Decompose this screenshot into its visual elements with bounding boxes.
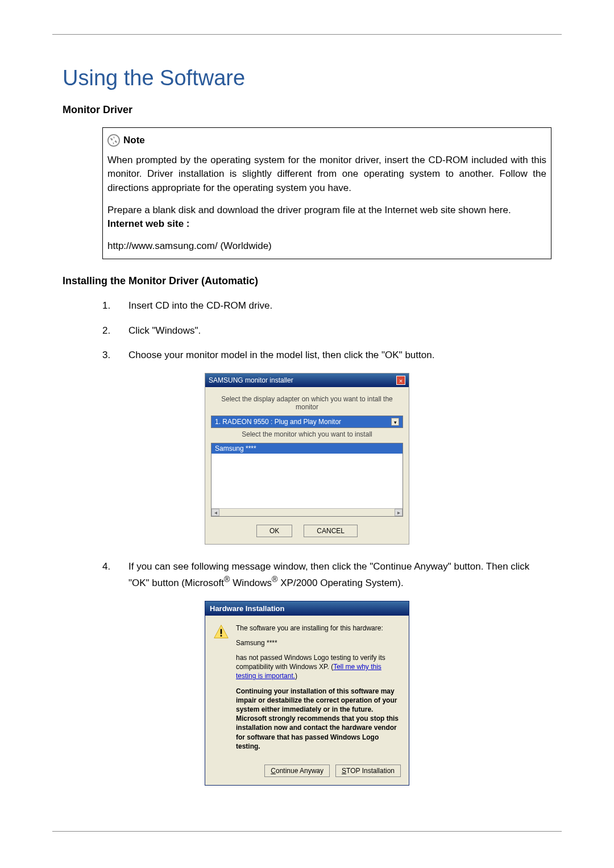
step-1: 1. Insert CD into the CD-ROM drive. — [102, 298, 551, 313]
cancel-button[interactable]: CANCEL — [304, 525, 358, 537]
step-4: 4. If you can see following message wind… — [102, 559, 551, 591]
svg-rect-1 — [221, 629, 222, 634]
registered-mark: ® — [272, 575, 277, 584]
adapter-label: Select the display adapter on which you … — [211, 395, 403, 411]
adapter-dropdown[interactable]: 1. RADEON 9550 : Plug and Play Monitor ▾ — [211, 416, 403, 428]
svg-rect-2 — [221, 635, 222, 637]
stop-installation-button[interactable]: STOP Installation — [335, 765, 401, 777]
note-icon — [107, 134, 120, 147]
step-num: 3. — [102, 348, 115, 363]
note-paragraph-1: When prompted by the operating system fo… — [107, 153, 546, 196]
scroll-right-icon[interactable]: ▸ — [395, 509, 403, 516]
hw-warning-text: Continuing your installation of this sof… — [236, 687, 401, 751]
step-text: If you can see following message window,… — [128, 559, 551, 591]
step4-part-b: Windows — [230, 578, 272, 588]
list-item[interactable]: Samsung **** — [211, 443, 403, 454]
dialog-titlebar: SAMSUNG monitor installer × — [205, 373, 409, 387]
step-text: Choose your monitor model in the model l… — [128, 348, 434, 363]
close-icon[interactable]: × — [396, 376, 405, 385]
note-box: Note When prompted by the operating syst… — [102, 127, 551, 259]
page-title: Using the Software — [63, 66, 551, 90]
hardware-installation-dialog: Hardware Installation The software you a… — [205, 601, 409, 786]
registered-mark: ® — [224, 575, 230, 584]
section-install-auto: Installing the Monitor Driver (Automatic… — [63, 275, 551, 287]
install-steps-cont: 4. If you can see following message wind… — [102, 559, 551, 591]
dialog-title: SAMSUNG monitor installer — [209, 376, 293, 384]
dialog-button-row: Continue Anyway STOP Installation — [205, 765, 409, 785]
warning-icon — [213, 624, 229, 639]
hw-line1: The software you are installing for this… — [236, 624, 401, 633]
note-url: http://www.samsung.com/ (Worldwide) — [107, 239, 546, 254]
scroll-left-icon[interactable]: ◂ — [211, 509, 219, 516]
samsung-installer-dialog: SAMSUNG monitor installer × Select the d… — [205, 373, 409, 545]
hw-line2: Samsung **** — [236, 638, 401, 647]
step4-part-c: XP/2000 Operating System). — [278, 578, 404, 588]
note-label: Note — [123, 134, 145, 148]
top-rule — [52, 34, 562, 35]
hw-line3: has not passed Windows Logo testing to v… — [236, 653, 401, 681]
monitor-listbox[interactable]: Samsung **** ◂ ▸ — [211, 443, 403, 517]
dialog-body: Select the display adapter on which you … — [205, 387, 409, 544]
note-p2-text: Prepare a blank disk and download the dr… — [107, 205, 511, 215]
dialog-titlebar: Hardware Installation — [205, 601, 409, 616]
note-header: Note — [107, 134, 546, 148]
hw-line3c: ) — [295, 672, 297, 680]
section-monitor-driver: Monitor Driver — [63, 104, 551, 116]
install-steps: 1. Insert CD into the CD-ROM drive. 2. C… — [102, 298, 551, 363]
step-num: 1. — [102, 298, 115, 313]
step-2: 2. Click "Windows". — [102, 323, 551, 338]
note-website-label: Internet web site : — [107, 218, 190, 229]
adapter-selected: 1. RADEON 9550 : Plug and Play Monitor — [215, 418, 341, 426]
continue-anyway-button[interactable]: Continue Anyway — [264, 765, 330, 777]
step-num: 4. — [102, 559, 115, 591]
dialog-body: The software you are installing for this… — [205, 616, 409, 765]
ok-button[interactable]: OK — [256, 525, 292, 537]
step-text: Click "Windows". — [128, 323, 201, 338]
note-paragraph-2: Prepare a blank disk and download the dr… — [107, 203, 546, 231]
dialog-button-row: OK CANCEL — [211, 525, 403, 537]
dialog-text: The software you are installing for this… — [236, 624, 401, 757]
chevron-down-icon: ▾ — [391, 418, 399, 426]
step-text: Insert CD into the CD-ROM drive. — [128, 298, 272, 313]
monitor-label: Select the monitor which you want to ins… — [211, 430, 403, 438]
svg-point-0 — [108, 135, 119, 146]
step-3: 3. Choose your monitor model in the mode… — [102, 348, 551, 363]
step-num: 2. — [102, 323, 115, 338]
horizontal-scrollbar[interactable]: ◂ ▸ — [211, 508, 403, 516]
bottom-rule — [52, 831, 562, 832]
